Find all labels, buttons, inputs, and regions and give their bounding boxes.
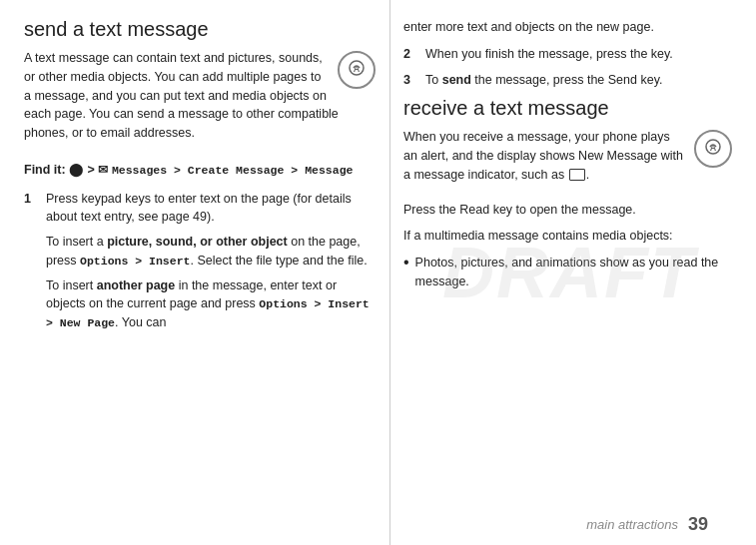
step-2: 2 When you finish the message, press the… <box>403 45 732 64</box>
press-read-text: Press the Read key to open the message. <box>403 201 732 220</box>
page-container: send a text message A A text message can… <box>0 0 756 545</box>
step-1-p3: To insert another page in the message, e… <box>46 276 376 332</box>
bullet-item-1: • Photos, pictures, and animations show … <box>403 254 732 291</box>
find-it-label: Find it: <box>24 163 69 177</box>
step-3-num: 3 <box>403 71 417 90</box>
bullet-text-1: Photos, pictures, and animations show as… <box>415 254 732 291</box>
svg-text:A: A <box>710 143 717 153</box>
step-3-text: To send the message, press the Send key. <box>425 71 662 90</box>
step-1-p2: To insert a picture, sound, or other obj… <box>46 233 376 271</box>
receive-message-icon: A <box>694 130 732 168</box>
send-message-icon: A <box>338 51 376 89</box>
find-it: Find it: ⬤ > ✉ Messages > Create Message… <box>24 161 376 180</box>
continue-text: enter more text and objects on the new p… <box>403 18 732 37</box>
step-2-text: When you finish the message, press the k… <box>425 45 673 64</box>
bullet-list: • Photos, pictures, and animations show … <box>403 254 732 291</box>
step-1-content: Press keypad keys to enter text on the p… <box>46 190 376 338</box>
receive-intro: When you receive a message, your phone p… <box>403 128 732 184</box>
footer: main attractions 39 <box>0 514 732 535</box>
left-steps: 1 Press keypad keys to enter text on the… <box>24 190 376 338</box>
right-steps: 2 When you finish the message, press the… <box>403 45 732 90</box>
svg-text:A: A <box>354 64 361 74</box>
step-2-num: 2 <box>403 45 417 64</box>
right-section-title: receive a text message <box>403 97 732 120</box>
multimedia-text: If a multimedia message contains media o… <box>403 227 732 246</box>
footer-label: main attractions <box>586 517 678 532</box>
step-1-p1: Press keypad keys to enter text on the p… <box>46 190 376 228</box>
message-indicator-icon <box>569 169 585 181</box>
left-intro-text: A text message can contain text and pict… <box>24 49 376 143</box>
step-1: 1 Press keypad keys to enter text on the… <box>24 190 376 338</box>
left-column: send a text message A A text message can… <box>24 18 393 527</box>
bullet-dot: • <box>403 254 409 291</box>
column-divider <box>389 0 390 545</box>
right-column: enter more text and objects on the new p… <box>393 18 732 527</box>
step-1-num: 1 <box>24 190 38 338</box>
step-3: 3 To send the message, press the Send ke… <box>403 71 732 90</box>
left-section-title: send a text message <box>24 18 376 41</box>
footer-page-num: 39 <box>688 514 708 535</box>
